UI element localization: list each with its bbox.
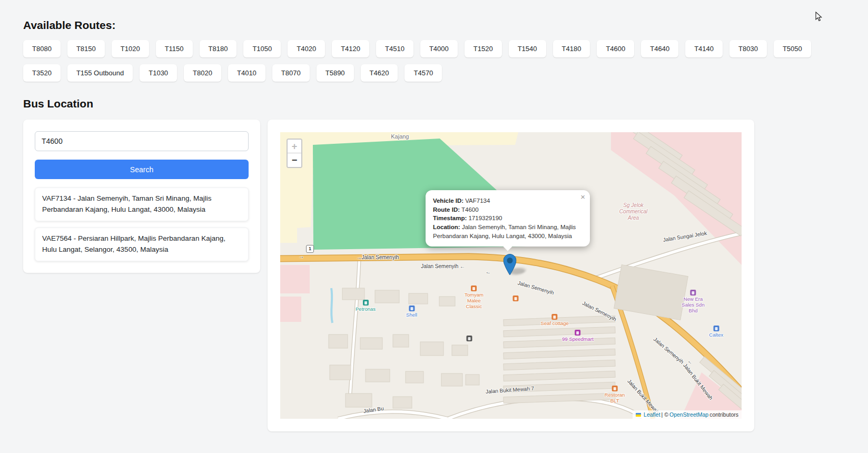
- map-poi: 99 Speedmart: [562, 330, 594, 342]
- route-button[interactable]: T4010: [228, 64, 265, 82]
- map-poi: [512, 296, 518, 302]
- map-label: ←: [485, 269, 491, 276]
- fuel-icon: [713, 326, 719, 331]
- poi-label: New Era Sales Sdn Bhd: [682, 297, 704, 314]
- available-routes-heading: Available Routes:: [23, 19, 845, 32]
- route-button[interactable]: T4570: [405, 64, 442, 82]
- route-button[interactable]: T4120: [332, 40, 369, 57]
- route-button[interactable]: T4140: [685, 40, 723, 57]
- map-poi: Shell: [406, 306, 417, 318]
- route-button[interactable]: T1150: [156, 40, 193, 57]
- poi-label: 99 Speedmart: [562, 337, 594, 342]
- route-button[interactable]: T8150: [67, 40, 105, 57]
- map-poi: [467, 336, 472, 342]
- route-button[interactable]: T1020: [112, 40, 149, 57]
- attribution-suffix: contributors: [709, 411, 738, 418]
- mouse-cursor: [815, 12, 823, 22]
- zoom-control: + −: [287, 139, 302, 168]
- ukraine-flag-icon: [636, 413, 641, 417]
- route-button[interactable]: T1030: [140, 64, 177, 82]
- popup-info-label: Vehicle ID:: [433, 198, 463, 204]
- route-button[interactable]: T8070: [272, 64, 310, 82]
- stream: [331, 288, 332, 323]
- route-button[interactable]: T4620: [361, 64, 398, 82]
- poi-label: Restoran BLT: [605, 392, 625, 404]
- zoom-out-button[interactable]: −: [288, 153, 301, 167]
- restaurant-icon: [512, 296, 518, 301]
- route-button[interactable]: T4640: [641, 40, 678, 57]
- zoom-in-button[interactable]: +: [288, 140, 301, 153]
- popup-content: Vehicle ID: VAF7134 Route ID: T4600 Time…: [433, 196, 576, 240]
- route-button[interactable]: T1520: [465, 40, 502, 57]
- map-panel: Kajang →Jalan Semenyih Jalan Semenyih ← …: [268, 120, 754, 431]
- bus-result-item[interactable]: VAE7564 - Persiaran Hillpark, Majlis Per…: [35, 228, 249, 261]
- vehicle-popup: × Vehicle ID: VAF7134 Route ID: T4600 Ti…: [426, 190, 590, 247]
- popup-info-label: Timestamp:: [433, 215, 467, 221]
- content-area: Search VAF7134 - Jalan Semenyih, Taman S…: [23, 120, 845, 431]
- fuel-icon: [363, 300, 369, 306]
- poi-label: Shell: [406, 312, 417, 318]
- route-button[interactable]: T1050: [243, 40, 281, 57]
- routes-row-1: T8080 T8150 T1020 T1150 T8180 T1050 T402…: [23, 40, 845, 57]
- map-poi: Caltex: [709, 326, 723, 338]
- popup-info-line: Route ID: T4600: [433, 206, 479, 213]
- map-label: →Jalan Semenyih: [357, 254, 399, 261]
- map-attribution: Leaflet | © OpenStreetMap contributors: [633, 410, 742, 419]
- search-panel: Search VAF7134 - Jalan Semenyih, Taman S…: [23, 120, 260, 273]
- restaurant-icon: [471, 285, 477, 291]
- temple-icon: [467, 336, 472, 341]
- popup-info-value: 1719329190: [467, 215, 502, 221]
- route-shield: 1: [306, 245, 314, 253]
- popup-info-line: Vehicle ID: VAF7134: [433, 198, 490, 204]
- search-button[interactable]: Search: [35, 160, 249, 179]
- map[interactable]: Kajang →Jalan Semenyih Jalan Semenyih ← …: [280, 132, 742, 419]
- popup-info-value: VAF7134: [463, 198, 490, 204]
- map-base: [280, 132, 742, 419]
- route-button[interactable]: T4600: [597, 40, 634, 57]
- route-button[interactable]: T1540: [509, 40, 546, 57]
- route-button[interactable]: T4000: [420, 40, 458, 57]
- page: Available Routes: T8080 T8150 T1020 T115…: [0, 0, 868, 453]
- route-button[interactable]: T155 Outbound: [67, 64, 133, 82]
- bus-location-heading: Bus Location: [23, 97, 845, 110]
- osm-link[interactable]: OpenStreetMap: [669, 411, 708, 418]
- route-button[interactable]: T4020: [288, 40, 325, 57]
- route-button[interactable]: T4180: [553, 40, 590, 57]
- map-label: Jalan Semenyih ←: [421, 263, 465, 270]
- popup-info-value: T4600: [460, 206, 479, 213]
- restaurant-icon: [612, 386, 618, 391]
- attribution-separator: | ©: [662, 411, 668, 418]
- routes-row-2: T3520 T155 Outbound T1030 T8020 T4010 T8…: [23, 64, 845, 82]
- search-results: VAF7134 - Jalan Semenyih, Taman Sri Mina…: [35, 188, 249, 261]
- poi-label: Tomyam Malee Classic: [465, 292, 484, 310]
- car-icon: [691, 290, 696, 296]
- popup-info-label: Location:: [433, 224, 460, 230]
- cart-icon: [575, 330, 581, 336]
- route-button[interactable]: T8020: [184, 64, 221, 82]
- poi-label: Caltex: [709, 332, 723, 338]
- map-label: →: [299, 253, 304, 260]
- map-poi: Tomyam Malee Classic: [465, 285, 484, 310]
- poi-label: Seaf cottage: [541, 321, 569, 327]
- map-poi: New Era Sales Sdn Bhd: [682, 290, 704, 314]
- map-label: Kajang: [391, 133, 409, 140]
- route-button[interactable]: T8080: [23, 40, 61, 57]
- route-search-input[interactable]: [35, 131, 249, 151]
- route-button[interactable]: T3520: [23, 64, 61, 82]
- route-button[interactable]: T5050: [774, 40, 811, 57]
- map-poi: Seaf cottage: [541, 314, 569, 327]
- popup-info-label: Route ID:: [433, 206, 460, 213]
- route-button[interactable]: T8030: [729, 40, 767, 57]
- map-poi: Restoran BLT: [605, 386, 625, 404]
- bus-location-marker[interactable]: [504, 254, 517, 275]
- fuel-icon: [409, 306, 415, 311]
- bus-result-item[interactable]: VAF7134 - Jalan Semenyih, Taman Sri Mina…: [35, 188, 249, 221]
- map-label: Sg Jelok Commerical Area: [619, 202, 647, 221]
- route-button[interactable]: T8180: [200, 40, 237, 57]
- route-button[interactable]: T4510: [376, 40, 413, 57]
- popup-info-line: Timestamp: 1719329190: [433, 215, 502, 221]
- leaflet-link[interactable]: Leaflet: [644, 411, 660, 418]
- popup-close-button[interactable]: ×: [580, 193, 585, 201]
- route-button[interactable]: T5890: [317, 64, 354, 82]
- map-poi: Petronas: [356, 300, 376, 312]
